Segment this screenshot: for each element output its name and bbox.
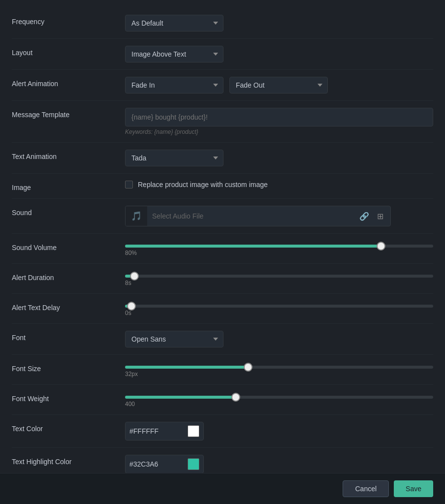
font-label: Font	[12, 331, 125, 342]
text-highlight-color-value: #32C3A6	[129, 460, 184, 468]
sound-grid-button[interactable]: ⊞	[373, 209, 387, 223]
text-animation-label: Text Animation	[12, 150, 125, 160]
sound-control: 🎵 Select Audio File 🔗 ⊞	[125, 206, 433, 226]
sound-volume-row: Sound Volume 80%	[12, 234, 433, 264]
font-dropdown[interactable]: Open Sans	[125, 331, 223, 347]
font-size-slider: 32px	[125, 362, 433, 378]
frequency-control: As Default	[125, 15, 433, 32]
music-icon: 🎵	[126, 206, 147, 226]
text-color-swatch[interactable]	[188, 425, 199, 437]
frequency-row: Frequency As Default	[12, 8, 433, 39]
alert-text-delay-control: 0s	[125, 301, 433, 316]
text-highlight-color-swatch[interactable]	[188, 458, 199, 470]
text-highlight-color-field[interactable]: #32C3A6	[125, 455, 204, 473]
text-animation-control: Tada	[125, 150, 433, 166]
font-weight-track[interactable]	[125, 396, 433, 399]
alert-animation-control: Fade In Fade Out	[125, 77, 433, 94]
sound-field: 🎵 Select Audio File 🔗 ⊞	[125, 206, 391, 226]
frequency-label: Frequency	[12, 15, 125, 26]
layout-label: Layout	[12, 46, 125, 57]
font-weight-row: Font Weight 400	[12, 385, 433, 415]
font-size-label: Font Size	[12, 362, 125, 373]
text-color-field[interactable]: #FFFFFF	[125, 422, 204, 441]
sound-volume-fill	[125, 245, 381, 248]
font-size-track[interactable]	[125, 366, 433, 369]
fade-out-dropdown[interactable]: Fade Out	[229, 77, 328, 94]
alert-duration-track[interactable]	[125, 275, 433, 278]
layout-dropdown[interactable]: Image Above Text	[125, 46, 223, 63]
font-weight-slider: 400	[125, 392, 433, 408]
font-size-control: 32px	[125, 362, 433, 378]
sound-volume-thumb[interactable]	[377, 242, 385, 251]
message-template-label: Message Template	[12, 108, 125, 119]
font-size-fill	[125, 366, 248, 369]
alert-duration-thumb[interactable]	[130, 272, 139, 281]
text-color-label: Text Color	[12, 422, 125, 433]
alert-text-delay-label: Alert Text Delay	[12, 301, 125, 312]
image-checkbox-label[interactable]: Replace product image with custom image	[125, 181, 433, 189]
font-size-row: Font Size 32px	[12, 355, 433, 385]
image-checkbox-text: Replace product image with custom image	[138, 181, 268, 189]
text-animation-dropdown[interactable]: Tada	[125, 150, 223, 166]
alert-duration-label: Alert Duration	[12, 271, 125, 282]
sound-volume-value: 80%	[125, 250, 433, 256]
message-template-input[interactable]	[125, 108, 433, 126]
font-weight-control: 400	[125, 392, 433, 408]
alert-duration-control: 8s	[125, 271, 433, 286]
text-animation-row: Text Animation Tada	[12, 143, 433, 174]
message-template-row: Message Template Keywords: {name} {produ…	[12, 101, 433, 143]
font-weight-thumb[interactable]	[231, 393, 240, 402]
font-size-thumb[interactable]	[244, 363, 253, 372]
font-weight-value: 400	[125, 401, 433, 408]
alert-text-delay-track[interactable]	[125, 305, 433, 308]
font-control: Open Sans	[125, 331, 433, 347]
save-button[interactable]: Save	[394, 480, 433, 497]
sound-row: Sound 🎵 Select Audio File 🔗 ⊞	[12, 199, 433, 234]
alert-duration-row: Alert Duration 8s	[12, 264, 433, 294]
text-color-control: #FFFFFF	[125, 422, 433, 441]
image-control: Replace product image with custom image	[125, 181, 433, 189]
text-highlight-color-control: #32C3A6	[125, 455, 433, 473]
alert-text-delay-thumb[interactable]	[127, 302, 136, 311]
font-weight-label: Font Weight	[12, 392, 125, 403]
alert-text-delay-value: 0s	[125, 310, 433, 316]
layout-control: Image Above Text	[125, 46, 433, 63]
font-row: Font Open Sans	[12, 324, 433, 355]
sound-volume-track[interactable]	[125, 245, 433, 248]
settings-page: Frequency As Default Layout Image Above …	[0, 0, 445, 504]
sound-label: Sound	[12, 206, 125, 217]
font-size-value: 32px	[125, 371, 433, 378]
image-checkbox[interactable]	[125, 181, 133, 189]
sound-volume-slider: 80%	[125, 241, 433, 256]
sound-placeholder: Select Audio File	[147, 212, 357, 220]
alert-animation-row: Alert Animation Fade In Fade Out	[12, 70, 433, 101]
font-weight-fill	[125, 396, 236, 399]
cancel-button[interactable]: Cancel	[343, 480, 389, 497]
keywords-hint: Keywords: {name} {product}	[125, 128, 433, 135]
image-row: Image Replace product image with custom …	[12, 174, 433, 199]
message-template-control: Keywords: {name} {product}	[125, 108, 433, 135]
alert-duration-value: 8s	[125, 280, 433, 286]
sound-volume-control: 80%	[125, 241, 433, 256]
alert-animation-dropdowns: Fade In Fade Out	[125, 77, 433, 94]
text-color-row: Text Color #FFFFFF	[12, 415, 433, 448]
sound-link-button[interactable]: 🔗	[357, 209, 372, 223]
text-color-value: #FFFFFF	[129, 427, 184, 435]
footer: Cancel Save	[0, 473, 445, 504]
text-highlight-color-label: Text Highlight Color	[12, 455, 125, 466]
alert-animation-label: Alert Animation	[12, 77, 125, 88]
alert-text-delay-slider: 0s	[125, 301, 433, 316]
frequency-dropdown[interactable]: As Default	[125, 15, 223, 32]
sound-volume-label: Sound Volume	[12, 241, 125, 252]
layout-row: Layout Image Above Text	[12, 39, 433, 70]
alert-duration-slider: 8s	[125, 271, 433, 286]
image-label: Image	[12, 181, 125, 191]
alert-text-delay-row: Alert Text Delay 0s	[12, 294, 433, 324]
sound-actions: 🔗 ⊞	[357, 209, 390, 223]
fade-in-dropdown[interactable]: Fade In	[125, 77, 223, 94]
